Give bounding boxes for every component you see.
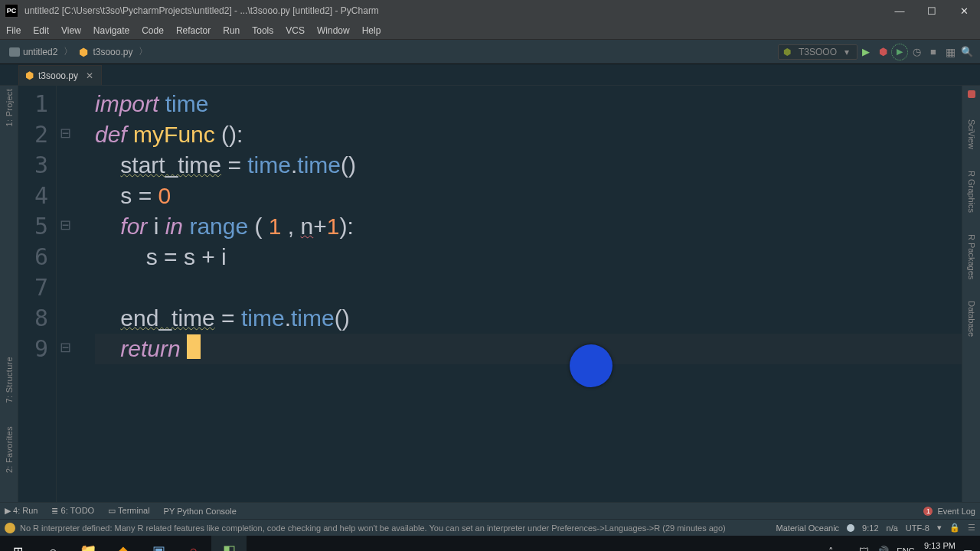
menu-window[interactable]: Window <box>311 24 356 37</box>
menu-edit[interactable]: Edit <box>27 24 55 37</box>
tool-todo[interactable]: ≣ 6: TODO <box>51 506 94 516</box>
taskbar-search-icon[interactable]: ⌕ <box>35 536 70 551</box>
taskbar-pycharm-icon[interactable]: ◧ <box>211 536 247 551</box>
search-everywhere-button[interactable]: 🔍 <box>959 44 975 60</box>
ide-settings-icon[interactable]: ☰ <box>968 523 975 533</box>
tray-time: 9:13 PM <box>923 541 956 551</box>
error-stripe-icon[interactable] <box>968 90 975 98</box>
code-line <box>95 272 962 303</box>
start-button[interactable]: ⊞ <box>0 536 35 551</box>
line-number-gutter: 1 2 3 4 5 6 7 8 9 <box>18 86 57 502</box>
chevron-right-icon: 〉 <box>62 45 74 58</box>
breadcrumb-file[interactable]: t3sooo.py <box>74 45 137 59</box>
run-button[interactable]: ▶ <box>858 44 874 60</box>
menu-tools[interactable]: Tools <box>246 24 279 37</box>
fold-marker-icon[interactable] <box>57 119 95 150</box>
fold-marker-icon[interactable] <box>57 211 95 242</box>
line-number: 5 <box>18 211 56 242</box>
menubar: File Edit View Navigate Code Refactor Ru… <box>0 21 980 40</box>
tool-terminal[interactable]: ▭ Terminal <box>108 506 149 516</box>
menu-view[interactable]: View <box>55 24 87 37</box>
app-icon: PC <box>5 4 18 18</box>
folder-icon <box>9 47 20 57</box>
tray-chevron-icon[interactable]: ˄ <box>828 546 834 552</box>
menu-help[interactable]: Help <box>356 24 387 37</box>
tab-close-icon[interactable]: ✕ <box>83 70 93 81</box>
taskbar-sublime-icon[interactable]: ◆ <box>106 536 141 551</box>
debug-button[interactable]: ⬢ <box>874 44 891 60</box>
status-cursor-pos[interactable]: 9:12 <box>862 523 878 533</box>
code-line: import time <box>95 89 962 119</box>
editor-tab-active[interactable]: ⬢ t3sooo.py ✕ <box>18 65 102 85</box>
lock-icon[interactable]: 🔒 <box>949 523 960 533</box>
status-encoding[interactable]: UTF-8 <box>906 523 929 533</box>
python-file-icon: ⬢ <box>25 70 34 81</box>
line-number: 4 <box>18 181 56 211</box>
chevron-down-icon: ▾ <box>937 523 942 533</box>
tool-project[interactable]: 1: Project <box>5 89 14 126</box>
tool-event-log[interactable]: Event Log <box>937 507 975 516</box>
layout-button[interactable]: ▦ <box>942 44 959 60</box>
window-title: untitled2 [C:\Users\t3so\PycharmProjects… <box>23 5 884 16</box>
cursor-highlight-icon <box>570 344 612 387</box>
minimize-button[interactable]: — <box>884 0 916 21</box>
line-number: 6 <box>18 242 56 272</box>
code-line: def myFunc (): <box>95 119 962 150</box>
taskbar-explorer-icon[interactable]: 📁 <box>70 536 106 551</box>
code-line-current: return <box>95 334 962 364</box>
tool-r-graphics[interactable]: R Graphics <box>967 171 976 213</box>
maximize-button[interactable]: ☐ <box>916 0 948 21</box>
code-line: s = 0 <box>95 181 962 211</box>
left-tool-rail: 1: Project 7: Structure 2: Favorites <box>0 86 18 502</box>
breadcrumb-project[interactable]: untitled2 <box>5 45 62 59</box>
tool-favorites[interactable]: 2: Favorites <box>5 426 14 473</box>
menu-vcs[interactable]: VCS <box>279 24 311 37</box>
code-line: for i in range ( 1 , n+1): <box>95 211 962 242</box>
stop-button[interactable]: ■ <box>925 44 942 60</box>
profile-button[interactable]: ◷ <box>908 44 925 60</box>
taskbar-opera-icon[interactable]: ○ <box>176 536 211 551</box>
tray-clock[interactable]: 9:13 PM 2/8/2019 <box>923 541 956 551</box>
system-tray: ˄ ☁ 🛡 🔊 ENG 9:13 PM 2/8/2019 ▭ <box>828 541 980 551</box>
line-number: 3 <box>18 150 56 181</box>
fold-gutter <box>57 86 95 502</box>
line-number: 8 <box>18 303 56 334</box>
tool-database[interactable]: Database <box>967 301 976 337</box>
taskbar-app-icon[interactable]: ▣ <box>141 536 176 551</box>
status-theme[interactable]: Material Oceanic <box>776 523 840 533</box>
tray-onedrive-icon[interactable]: ☁ <box>841 546 851 552</box>
tool-python-console[interactable]: PY Python Console <box>164 507 237 516</box>
menu-run[interactable]: Run <box>217 24 246 37</box>
menu-code[interactable]: Code <box>136 24 170 37</box>
tool-run[interactable]: ▶ 4: Run <box>5 506 38 516</box>
menu-file[interactable]: File <box>0 24 27 37</box>
tray-language[interactable]: ENG <box>897 546 915 551</box>
window-titlebar: PC untitled2 [C:\Users\t3so\PycharmProje… <box>0 0 980 21</box>
code-line: start_time = time.time() <box>95 150 962 181</box>
tool-sciview[interactable]: SciView <box>967 119 976 149</box>
event-log-error-icon: 1 <box>923 507 933 516</box>
bottom-tool-bar: ▶ 4: Run ≣ 6: TODO ▭ Terminal PY Python … <box>0 502 980 519</box>
close-button[interactable]: ✕ <box>948 0 980 21</box>
tool-structure[interactable]: 7: Structure <box>5 357 14 403</box>
menu-navigate[interactable]: Navigate <box>87 24 136 37</box>
editor-tabs: ⬢ t3sooo.py ✕ <box>0 64 980 86</box>
run-coverage-button[interactable]: ▶ <box>891 44 908 60</box>
status-separator: n/a <box>887 523 898 533</box>
tray-defender-icon[interactable]: 🛡 <box>859 546 869 552</box>
tool-r-packages[interactable]: R Packages <box>967 234 976 279</box>
run-config-selector[interactable]: T3SOOO ▾ <box>778 44 858 60</box>
fold-marker-icon[interactable] <box>57 334 95 364</box>
tray-volume-icon[interactable]: 🔊 <box>877 546 889 552</box>
code-area[interactable]: import time def myFunc (): start_time = … <box>95 86 962 502</box>
tray-notifications-icon[interactable]: ▭ <box>963 546 972 552</box>
text-caret <box>187 334 201 359</box>
code-editor[interactable]: 1 2 3 4 5 6 7 8 9 import time def myFunc… <box>18 86 962 502</box>
breadcrumb-project-label: untitled2 <box>23 47 57 57</box>
theme-dot-icon <box>847 524 854 532</box>
line-number: 2 <box>18 119 56 150</box>
line-number: 9 <box>18 334 56 364</box>
right-tool-rail: SciView R Graphics R Packages Database <box>962 86 980 502</box>
run-config-label: T3SOOO <box>799 47 837 57</box>
menu-refactor[interactable]: Refactor <box>170 24 217 37</box>
